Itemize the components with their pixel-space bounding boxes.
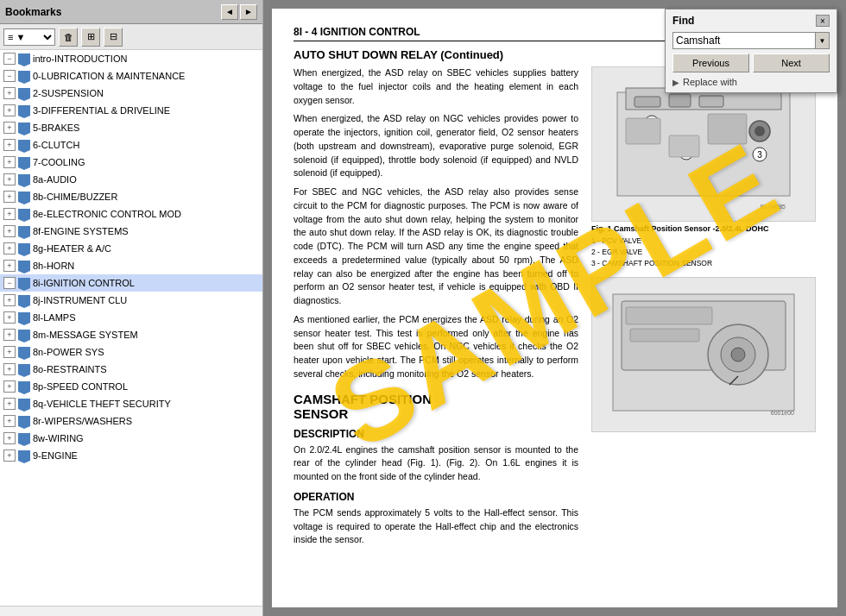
options-button[interactable]: ⊟ [104,28,123,47]
bookmark-item-2[interactable]: +2-SUSPENSION [0,85,262,102]
bookmark-label: 8a-AUDIO [33,174,77,185]
replace-triangle-icon: ▶ [672,78,679,87]
find-input[interactable] [672,32,816,49]
bookmark-item-5[interactable]: +5-BRAKES [0,119,262,136]
view-select[interactable]: ≡ ▼ [3,28,55,46]
bookmark-icon [18,71,30,81]
bookmark-item-8a[interactable]: +8a-AUDIO [0,171,262,188]
find-close-button[interactable]: × [816,15,830,27]
bookmark-icon [18,140,30,150]
expand-icon[interactable]: + [3,242,16,255]
expand-icon[interactable]: + [3,87,16,99]
bookmark-item-8h[interactable]: +8h-HORN [0,257,262,274]
expand-icon[interactable]: + [3,208,16,220]
expand-icon[interactable]: + [3,346,16,358]
sidebar-toolbar: ≡ ▼ 🗑 ⊞ ⊟ [0,24,262,50]
expand-icon[interactable]: + [3,380,16,393]
bookmark-item-3[interactable]: +3-DIFFERENTIAL & DRIVELINE [0,102,262,119]
bookmark-item-8p[interactable]: +8p-SPEED CONTROL [0,378,262,395]
legend-item-2: 2 - EGR VALVE [591,247,816,258]
replace-label: Replace with [683,77,737,87]
previous-button[interactable]: Previous [672,53,749,72]
bookmark-label: 8b-CHIME/BUZZER [33,192,117,202]
delete-button[interactable]: 🗑 [59,28,78,47]
bookmark-item-8m[interactable]: +8m-MESSAGE SYSTEM [0,326,262,343]
bookmark-item-8o[interactable]: +8o-RESTRAINTS [0,361,262,378]
bookmark-item-intro[interactable]: −intro-INTRODUCTION [0,50,262,67]
bookmark-item-8j[interactable]: +8j-INSTRUMENT CLU [0,292,262,309]
expand-icon[interactable]: − [3,277,16,289]
bookmark-label: 8p-SPEED CONTROL [33,381,128,392]
expand-icon[interactable]: + [3,311,16,324]
svg-point-21 [731,348,745,361]
expand-icon[interactable]: + [3,104,16,116]
expand-icon[interactable]: + [3,225,16,237]
bookmark-icon [18,312,30,323]
operation-text: The PCM sends approximately 5 volts to t… [294,506,578,547]
bookmark-label: 7-COOLING [33,157,85,167]
bookmark-item-8f[interactable]: +8f-ENGINE SYSTEMS [0,223,262,240]
bookmark-label: 8h-HORN [33,261,74,271]
bookmarks-list[interactable]: −intro-INTRODUCTION−0-LUBRICATION & MAIN… [0,50,262,606]
bookmark-label: 0-LUBRICATION & MAINTENANCE [33,71,185,81]
bookmark-item-0[interactable]: −0-LUBRICATION & MAINTENANCE [0,67,262,85]
engine-diagram-svg: 1 2 3 80-0408 [600,75,807,213]
fig-1-legend: 1 - PCV VALVE 2 - EGR VALVE 3 - CAMSHAFT… [591,236,816,268]
svg-text:80-04085: 80-04085 [760,204,786,210]
main-content: Find × ▼ Previous Next ▶ Replace with SA… [263,0,846,616]
bookmark-item-8q[interactable]: +8q-VEHICLE THEFT SECURITY [0,395,262,412]
svg-rect-14 [669,135,699,157]
expand-icon[interactable]: + [3,122,16,134]
expand-icon[interactable]: − [3,53,16,65]
expand-icon[interactable]: + [3,449,16,462]
bookmark-item-8w[interactable]: +8w-WIRING [0,430,262,447]
find-dropdown-arrow[interactable]: ▼ [816,32,830,49]
bookmark-label: 8r-WIPERS/WASHERS [33,416,132,426]
bookmark-icon [18,450,30,461]
bookmark-item-9[interactable]: +9-ENGINE [0,447,262,464]
sidebar-scrollbar-bottom [0,606,262,616]
bookmark-item-7[interactable]: +7-COOLING [0,154,262,171]
expand-icon[interactable]: + [3,415,16,427]
svg-text:6001e00: 6001e00 [771,410,794,416]
body-para-4: As mentioned earlier, the PCM energizes … [294,313,578,381]
expand-icon[interactable]: + [3,329,16,341]
bookmark-item-8g[interactable]: +8g-HEATER & A/C [0,240,262,257]
expand-icon[interactable]: − [3,70,16,82]
expand-icon[interactable]: + [3,191,16,203]
bookmark-item-8i[interactable]: −8i-IGNITION CONTROL [0,274,262,292]
bookmark-label: 8e-ELECTRONIC CONTROL MOD [33,209,181,219]
bookmark-item-8l[interactable]: +8l-LAMPS [0,309,262,326]
bookmark-item-8e[interactable]: +8e-ELECTRONIC CONTROL MOD [0,205,262,223]
col-left: When energized, the ASD relay on SBEC ve… [294,66,578,552]
bookmark-icon [18,399,30,409]
bookmark-item-8n[interactable]: +8n-POWER SYS [0,343,262,361]
nav-back-button[interactable]: ◄ [221,4,238,20]
expand-icon[interactable]: + [3,173,16,185]
bookmark-item-8b[interactable]: +8b-CHIME/BUZZER [0,188,262,205]
description-title: DESCRIPTION [294,428,578,440]
find-input-row: ▼ [672,32,830,49]
body-para-3: For SBEC and NGC vehicles, the ASD relay… [294,185,578,308]
bookmark-icon [18,157,30,167]
expand-icon[interactable]: + [3,139,16,151]
svg-rect-3 [669,94,691,107]
next-button[interactable]: Next [753,53,830,72]
nav-forward-button[interactable]: ► [240,4,257,20]
svg-rect-23 [626,307,712,324]
bookmark-icon [18,261,30,271]
bookmark-item-6[interactable]: +6-CLUTCH [0,136,262,154]
properties-button[interactable]: ⊞ [81,28,100,47]
expand-icon[interactable]: + [3,156,16,168]
bookmark-item-8r[interactable]: +8r-WIPERS/WASHERS [0,412,262,430]
expand-icon[interactable]: + [3,260,16,272]
expand-icon[interactable]: + [3,363,16,375]
expand-icon[interactable]: + [3,294,16,306]
header-left: 8I - 4 IGNITION CONTROL [294,26,420,38]
description-text: On 2.0/2.4L engines the camshaft positio… [294,443,578,484]
expand-icon[interactable]: + [3,432,16,444]
diagram-1-container: 1 2 3 80-0408 [591,66,816,268]
find-title: Find [672,15,694,27]
expand-icon[interactable]: + [3,398,16,410]
bookmark-icon [18,105,30,116]
